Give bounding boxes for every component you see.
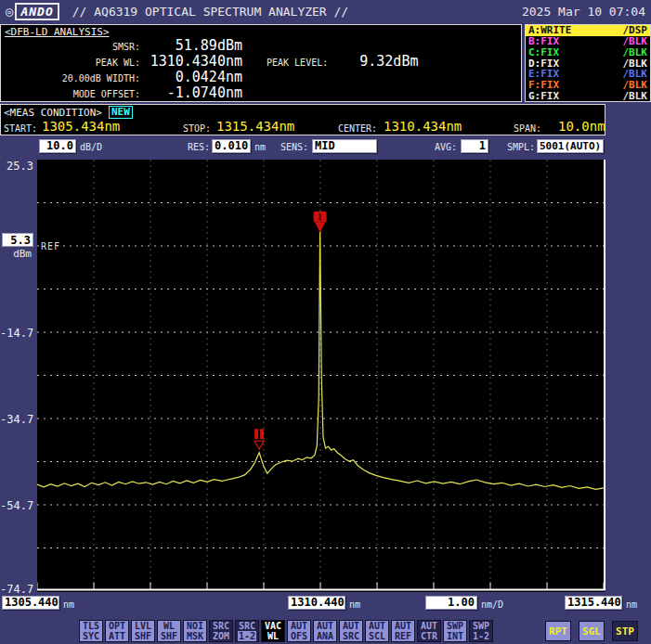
src-1-2-button[interactable]: SRC1-2 [235, 620, 259, 642]
peak-marker [314, 212, 327, 233]
stop-label: STOP: [183, 123, 211, 134]
smsr-value: 51.89dBm [140, 37, 242, 54]
swp-1-2-button[interactable]: SWP1-2 [469, 620, 493, 642]
trace-a-mode: /DSP [623, 25, 648, 35]
x-start-unit: nm [63, 599, 74, 610]
settings-row: 10.0 dB/D RES: 0.010 nm SENS: MID AVG: 1… [0, 138, 651, 155]
lvl-shf-button[interactable]: LVLSHF [131, 620, 155, 642]
trace-f-row[interactable]: F:FIX /BLK [526, 80, 650, 91]
x-start-field[interactable]: 1305.440 [2, 596, 59, 610]
trace-e-mode: /BLK [623, 69, 648, 79]
meas-condition-panel: <MEAS CONDITION> NEW START: 1305.434nm S… [0, 104, 605, 135]
mode-offset-row: MODE OFFSET: -1.0740nm [1, 84, 242, 100]
trace-c-row[interactable]: C:FIX /BLK [526, 46, 650, 58]
ref-line-label: REF [41, 241, 60, 251]
tls-syc-button[interactable]: TLSSYC [79, 620, 103, 642]
ando-circle-logo-icon: ◎ [6, 4, 13, 19]
smsr-row: SMSR: 51.89dBm [1, 37, 242, 53]
trace-c-name: C:FIX [528, 47, 559, 58]
y-axis-labels: 25.3 5.3 dBm -14.7 -34.7 -54.7 -74.7 [0, 160, 35, 596]
analysis-results: SMSR: 51.89dBm PEAK WL: 1310.4340nm 20.0… [1, 37, 242, 100]
vac-wl-button[interactable]: VACWL [261, 620, 285, 642]
x-axis-labels: 1305.440 nm 1310.440 nm 1.00 nm/D 1315.4… [0, 594, 651, 612]
trace-a-name: A:WRITE [528, 25, 571, 35]
peak-wl-label: PEAK WL: [1, 58, 140, 68]
src-zom-button[interactable]: SRCZOM [209, 620, 233, 642]
instrument-title: // AQ6319 OPTICAL SPECTRUM ANALYZER // [72, 5, 348, 19]
average-field[interactable]: 1 [461, 139, 488, 153]
trace-d-name: D:FIX [528, 58, 559, 69]
ref-level-field[interactable]: 5.3 [2, 233, 33, 247]
span-label: SPAN: [514, 123, 541, 134]
level-scale-unit: dB/D [80, 142, 102, 152]
sampling-field[interactable]: 5001(AUTO) [537, 139, 604, 153]
x-scale-unit: nm/D [481, 599, 503, 610]
mode-offset-label: MODE OFFSET: [1, 89, 140, 99]
width-row: 20.00dB WIDTH: 0.0424nm [1, 69, 242, 84]
aut-scl-button[interactable]: AUTSCL [365, 620, 389, 642]
spectrum-plot-area: REF [37, 160, 605, 592]
spectrum-chart: REF [37, 160, 605, 592]
trace-g-mode: /BLK [623, 91, 648, 101]
single-sweep-button[interactable]: SGL [579, 621, 605, 641]
stop-value[interactable]: 1315.434nm [216, 119, 294, 134]
peak-level-label: PEAK LEVEL: [267, 58, 328, 68]
y-label-top: 25.3 [0, 160, 33, 173]
resolution-label: RES: [188, 142, 210, 152]
aut-ref-button[interactable]: AUTREF [391, 620, 415, 642]
trace-b-name: B:FIX [528, 36, 559, 46]
peak-wl-value: 1310.4340nm [140, 53, 242, 70]
width-label: 20.00dB WIDTH: [1, 73, 140, 84]
x-scale-field[interactable]: 1.00 [425, 596, 477, 610]
span-value[interactable]: 10.0nm [558, 119, 605, 134]
smsr-label: SMSR: [1, 42, 140, 52]
aut-ofs-button[interactable]: AUTOFS [287, 620, 311, 642]
aut-ctr-button[interactable]: AUTCTR [417, 620, 441, 642]
trace-f-mode: /BLK [623, 80, 648, 90]
width-value: 0.0424nm [140, 69, 242, 85]
aut-src-button[interactable]: AUTSRC [339, 620, 363, 642]
x-center-unit: nm [349, 599, 360, 610]
opt-att-button[interactable]: OPTATT [105, 620, 129, 642]
trace-g-row[interactable]: G:FIX /BLK [526, 90, 650, 101]
x-stop-unit: nm [626, 599, 637, 610]
title-bar: ◎ ANDO // AQ6319 OPTICAL SPECTRUM ANALYZ… [0, 0, 651, 22]
aut-ana-button[interactable]: AUTANA [313, 620, 337, 642]
meas-condition-header: <MEAS CONDITION> [4, 107, 102, 119]
trace-a-row[interactable]: A:WRITE /DSP [526, 25, 650, 36]
trace-c-mode: /BLK [623, 47, 648, 58]
sampling-label: SMPL: [507, 142, 535, 152]
trace-e-name: E:FIX [528, 69, 559, 79]
wl-shf-button[interactable]: WLSHF [157, 620, 181, 642]
y-label-4: -54.7 [0, 499, 33, 512]
stop-sweep-button[interactable]: STP [612, 621, 638, 641]
x-center-field[interactable]: 1310.440 [288, 596, 345, 610]
center-value[interactable]: 1310.434nm [384, 119, 462, 134]
start-value[interactable]: 1305.434nm [42, 119, 120, 134]
swp-int-button[interactable]: SWPINT [443, 620, 467, 642]
repeat-sweep-button[interactable]: RPT [545, 621, 571, 641]
level-scale-field[interactable]: 10.0 [39, 139, 76, 153]
average-label: AVG: [435, 142, 457, 152]
trace-b-row[interactable]: B:FIX /BLK [526, 36, 650, 47]
datetime: 2025 Mar 10 07:04 [522, 5, 645, 19]
ref-level-unit: dBm [13, 248, 32, 260]
noi-msk-button[interactable]: NOIMSK [183, 620, 207, 642]
y-label-3: -34.7 [0, 413, 33, 426]
trace-e-row[interactable]: E:FIX /BLK [526, 69, 650, 80]
sensitivity-label: SENS: [280, 142, 308, 152]
start-label: START: [4, 123, 37, 134]
peak-wl-row: PEAK WL: 1310.4340nm [1, 53, 242, 69]
dfb-ld-analysis-panel: <DFB-LD ANALYSIS> SMSR: 51.89dBm PEAK WL… [0, 24, 522, 102]
resolution-field[interactable]: 0.010 [212, 139, 251, 153]
trace-g-name: G:FIX [528, 91, 559, 101]
ando-logo: ANDO [15, 3, 59, 20]
side-mode-marker [254, 429, 264, 449]
new-badge: NEW [109, 106, 133, 119]
trace-b-mode: /BLK [623, 36, 648, 46]
y-label-2: -14.7 [0, 327, 33, 340]
sensitivity-field[interactable]: MID [312, 139, 377, 153]
peak-level-readout: PEAK LEVEL: 9.32dBm [267, 53, 418, 70]
trace-d-row[interactable]: D:FIX /BLK [526, 58, 650, 69]
x-stop-field[interactable]: 1315.440 [565, 596, 622, 610]
